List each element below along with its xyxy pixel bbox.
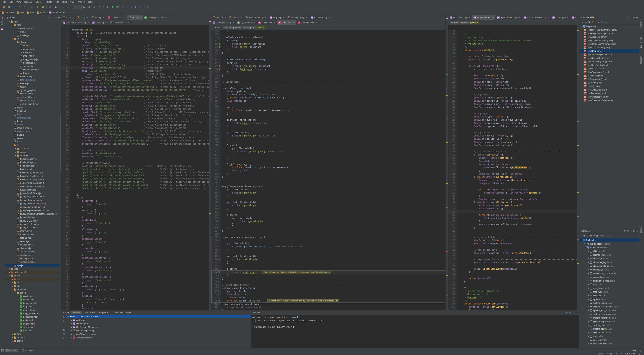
tab-system.html[interactable]: 5system.html✕ (236, 20, 256, 25)
code-line[interactable]: 166 } (448, 270, 577, 274)
tab-close-icon[interactable]: ✕ (492, 17, 494, 19)
tree-item-node_modules[interactable]: ▶node_modules (4, 271, 60, 274)
tool-window-button--Changes[interactable]: 9: Changes (20, 349, 36, 352)
tree-item-dialog[interactable]: ▼dialog (4, 291, 60, 295)
code-line[interactable]: 5 layout: 'layout', (61, 38, 209, 41)
tree-item-modules[interactable]: ▶modules (4, 336, 60, 339)
tree-item-system_killboard.js[interactable]: JSsystem_killboard.js (4, 95, 60, 99)
tree-item-settings.js[interactable]: JSsettings.js (4, 65, 60, 68)
tree-item-mustache.min.js[interactable]: JSmustache.min.js (4, 233, 60, 236)
database-header-icon[interactable]: ⚙ (633, 230, 635, 232)
code-line[interactable]: 13 velocityUI: 'lib/velocity.ui.min', //… (61, 63, 209, 66)
tree-item-form_element.js[interactable]: JSform_element.js (4, 78, 60, 82)
tree-closed-arrow-icon[interactable]: ▶ (587, 276, 590, 278)
statusbar-toggle-icon[interactable] (2, 353, 4, 355)
tree-closed-arrow-icon[interactable]: ▶ (587, 273, 590, 274)
code-line[interactable]: 161 (448, 255, 577, 258)
code-line[interactable]: 129 if($this->isPrivate()){ (448, 153, 577, 156)
tree-open-arrow-icon[interactable]: ▼ (14, 41, 17, 43)
tree-closed-arrow-icon[interactable]: ▶ (587, 335, 590, 337)
tree-closed-arrow-icon[interactable]: ▶ (587, 328, 590, 330)
tree-item-bootstrap.min.js[interactable]: JSbootstrap.min.js (4, 168, 60, 171)
code-line[interactable]: 369 (212, 141, 446, 144)
code-line[interactable]: 402 stroke: rgba(255,255,255,0); // invi… (212, 245, 446, 248)
code-line[interactable]: 10 text: 'lib/requirejs/text', // v2.0.1… (61, 54, 209, 57)
code-line[interactable]: 70 }, (61, 244, 209, 247)
tree-item-logo.js[interactable]: JSlogo.js (4, 85, 60, 89)
tree-closed-arrow-icon[interactable]: ▶ (12, 333, 14, 335)
tree-item-bootstrap-image-gallery.js[interactable]: JSbootstrap-image-gallery.js (4, 178, 60, 181)
menu-help[interactable]: Help (87, 0, 94, 4)
code-line[interactable]: 165 $this->updateCacheData($mapDataAll); (448, 267, 577, 270)
code-line[interactable]: 159 // map system data -----------------… (448, 248, 577, 251)
code-line[interactable]: 34 lazylinepainter: 'lib/jquery.lazyline… (61, 130, 209, 133)
tree-item-velocity.min.js[interactable]: JSvelocity.min.js (4, 257, 60, 260)
tree-closed-arrow-icon[interactable]: ▶ (584, 243, 586, 245)
code-line[interactable]: 177 $systems = $this->getSystems(); (448, 305, 577, 308)
code-line[interactable]: 378 opacity: 0.4; (212, 169, 446, 172)
code-area[interactable]: 12requirejs.config({3 baseUrl: 'js', // … (61, 25, 209, 310)
tab-landingpage.js[interactable]: JSlandingpage.js✕ (286, 15, 309, 20)
code-line[interactable]: 352svg._jsPlumb_connector{ (212, 87, 446, 90)
code-line[interactable]: 381 (212, 179, 446, 182)
tab-Connection.php[interactable]: phpConnection.php✕ (212, 20, 236, 25)
tab-app.js[interactable]: JSapp.js✕ (128, 15, 142, 20)
tab-cortex.php[interactable]: phpcortex.php✕ (551, 15, 570, 20)
code-line[interactable]: 33 validator: 'lib/validator.min', // v0… (61, 126, 209, 130)
code-line[interactable]: 90 (448, 30, 577, 33)
code-area[interactable]: 334 }335336._jsPlumb_endpoint_drop_allow… (212, 30, 446, 310)
code-line[interactable]: 41 easePack: 'lib/EasePack.min', (61, 152, 209, 155)
code-line[interactable]: 108 $mapData->updated = strtotime($this-… (448, 87, 577, 90)
code-line[interactable]: 356 will-change: all; (212, 99, 446, 103)
tab-close-icon[interactable]: ✕ (88, 22, 89, 24)
code-line[interactable]: 135 $mapData->access->user = $userData; (448, 172, 577, 175)
code-line[interactable]: 53 (61, 190, 209, 193)
tab-init.js[interactable]: JSinit.js✕ (61, 15, 76, 20)
tree-item-system_signature.js[interactable]: JSsystem_signature.js (4, 102, 60, 106)
tree-open-arrow-icon[interactable]: ▼ (12, 24, 14, 26)
tree-closed-arrow-icon[interactable]: ▶ (587, 313, 590, 315)
code-line[interactable]: 86 bootbox: { (61, 294, 209, 298)
tab-CharacterModel.php[interactable]: phpCharacterModel.php✕ (522, 15, 551, 20)
tree-item-fonts[interactable]: ▶fonts (4, 281, 60, 284)
tree-closed-arrow-icon[interactable]: ▶ (587, 265, 590, 267)
tree-closed-arrow-icon[interactable]: ▶ (587, 302, 590, 304)
code-line[interactable]: 104 $mapData = (object) []; (448, 74, 577, 77)
code-line[interactable]: 146 $allianceData = []; (448, 207, 577, 210)
code-line[interactable]: 137 $corporations = $this->getCorporatio… (448, 179, 577, 182)
tab-close-icon[interactable]: ✕ (519, 17, 520, 19)
table-corporation_map[interactable]: ▶corporation_map: table (579, 279, 640, 283)
code-line[interactable]: 335 (212, 33, 446, 36)
structure-toolbar-icon[interactable]: ▣ (588, 21, 590, 24)
menu-edit[interactable]: Edit (8, 0, 15, 4)
tree-closed-arrow-icon[interactable]: ▶ (8, 271, 11, 273)
code-line[interactable]: 81 deps: ['datatables'] (61, 279, 209, 282)
code-line[interactable]: 407 } (212, 261, 446, 264)
code-line[interactable]: 346 fill: $red-darker !important; (212, 68, 446, 71)
code-line[interactable]: 96 public function getData(){ (448, 49, 577, 52)
debug-icon[interactable]: ☗ (87, 5, 92, 9)
tree-item-render.js[interactable]: JSrender.js (4, 137, 60, 140)
breadcrumb-item[interactable]: phpMapModel.php (49, 12, 66, 14)
tree-item-TweenLite.min.js[interactable]: JSTweenLite.min.js (4, 250, 60, 254)
tree-item-system_graph.js[interactable]: JSsystem_graph.js (4, 89, 60, 92)
code-line[interactable]: 89 }, (61, 304, 209, 307)
vcs-rollback-icon[interactable]: ↩ (126, 5, 130, 9)
terminal-header-icon[interactable]: ─ (573, 311, 574, 314)
tree-item-notification.js[interactable]: JSnotification.js (4, 130, 60, 133)
code-line[interactable]: 117 $mapData->type = (object) []; (448, 115, 577, 118)
project-header-icon[interactable]: ⇤ (58, 16, 60, 19)
code-line[interactable]: 366 path:first-child{ (212, 131, 446, 134)
code-line[interactable]: 109 (448, 90, 577, 93)
code-line[interactable]: 115 (448, 109, 577, 112)
code-line[interactable]: 150 } (448, 220, 577, 223)
code-line[interactable]: 376 &._jsPlumb_dragging{ (212, 163, 446, 166)
tree-closed-arrow-icon[interactable]: ▶ (12, 340, 14, 342)
tree-item-main.js[interactable]: JSmain.js (4, 123, 60, 126)
code-line[interactable]: 131 $userData = []; (448, 160, 577, 163)
code-line[interactable]: 68 customScrollbar: { (61, 237, 209, 240)
structure-method-clearAccess[interactable]: mclearAccess([clearKeys : array = (579, 28, 640, 32)
tool-window-toggle-icon[interactable] (2, 349, 4, 351)
code-line[interactable]: 170 (448, 283, 577, 286)
tree-closed-arrow-icon[interactable]: ▶ (14, 148, 17, 150)
